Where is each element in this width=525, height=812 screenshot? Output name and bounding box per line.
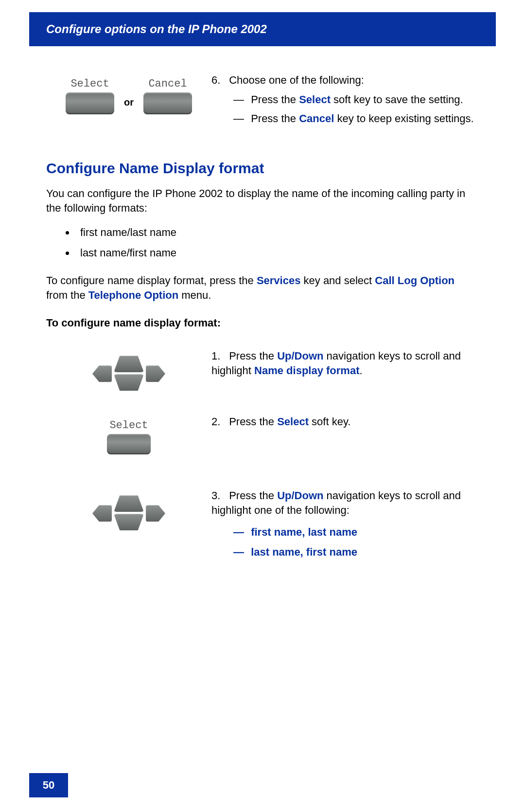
format-list: first name/last name last name/first nam… bbox=[46, 224, 479, 261]
step-number: 2. bbox=[211, 415, 226, 429]
section-howto: To configure name display format, press … bbox=[46, 273, 479, 302]
step-6-lead: Choose one of the following: bbox=[229, 74, 364, 86]
list-item: last name/first name bbox=[75, 244, 479, 261]
nav-left-icon bbox=[92, 365, 112, 382]
step-6-text: 6. Choose one of the following: — Press … bbox=[211, 73, 479, 131]
step-6-sub1: — Press the Select soft key to save the … bbox=[233, 92, 479, 107]
nav-up-icon bbox=[114, 356, 144, 372]
navigation-pad-icon bbox=[92, 354, 165, 393]
section-heading: Configure Name Display format bbox=[46, 160, 479, 177]
dash-icon: — bbox=[233, 111, 248, 126]
step-3-text: 3. Press the Up/Down navigation keys to … bbox=[211, 488, 479, 565]
dash-icon: — bbox=[233, 545, 248, 559]
softkey-illustration: Select or Cancel bbox=[46, 73, 211, 114]
step-number: 6. bbox=[211, 73, 226, 88]
nav-down-icon bbox=[114, 514, 144, 530]
select-key-label: Select bbox=[109, 419, 148, 432]
nav-left-icon bbox=[92, 505, 112, 522]
navpad-illustration bbox=[46, 488, 211, 532]
page-header-title: Configure options on the IP Phone 2002 bbox=[46, 22, 267, 36]
select-softkey: Select bbox=[107, 419, 151, 454]
navpad-illustration bbox=[46, 349, 211, 393]
page-header: Configure options on the IP Phone 2002 bbox=[29, 12, 496, 46]
cancel-key-icon bbox=[143, 92, 192, 114]
cancel-key-label: Cancel bbox=[148, 78, 187, 90]
dash-icon: — bbox=[233, 92, 248, 107]
option-2: — last name, first name bbox=[233, 545, 479, 559]
nav-right-icon bbox=[146, 365, 165, 382]
list-item: first name/last name bbox=[75, 224, 479, 241]
select-key-illustration: Select bbox=[46, 415, 211, 454]
step-6-row: Select or Cancel 6. Choose one of the fo… bbox=[46, 73, 479, 131]
step-3-row: 3. Press the Up/Down navigation keys to … bbox=[46, 488, 479, 565]
select-softkey: Select bbox=[66, 78, 114, 114]
select-key-icon bbox=[66, 92, 114, 114]
or-text: or bbox=[122, 85, 136, 108]
nav-right-icon bbox=[146, 505, 165, 522]
step-2-row: Select 2. Press the Select soft key. bbox=[46, 415, 479, 454]
select-key-label: Select bbox=[70, 78, 109, 90]
nav-down-icon bbox=[114, 374, 144, 391]
page-number: 50 bbox=[29, 773, 68, 797]
step-number: 3. bbox=[211, 488, 226, 503]
navigation-pad-icon bbox=[92, 493, 165, 532]
section-intro: You can configure the IP Phone 2002 to d… bbox=[46, 186, 479, 215]
dash-icon: — bbox=[233, 525, 248, 540]
step-1-row: 1. Press the Up/Down navigation keys to … bbox=[46, 349, 479, 393]
step-6-sub2: — Press the Cancel key to keep existing … bbox=[233, 111, 479, 126]
cancel-softkey: Cancel bbox=[143, 78, 192, 114]
nav-up-icon bbox=[114, 495, 144, 512]
content-area: Select or Cancel 6. Choose one of the fo… bbox=[46, 73, 479, 587]
procedure-lead: To configure name display format: bbox=[46, 317, 479, 329]
step-2-text: 2. Press the Select soft key. bbox=[211, 415, 479, 429]
step-1-text: 1. Press the Up/Down navigation keys to … bbox=[211, 349, 479, 378]
step-number: 1. bbox=[211, 349, 226, 363]
select-key-icon bbox=[107, 434, 151, 454]
page: Configure options on the IP Phone 2002 S… bbox=[0, 0, 525, 812]
option-1: — first name, last name bbox=[233, 525, 479, 540]
page-number-value: 50 bbox=[43, 779, 54, 792]
